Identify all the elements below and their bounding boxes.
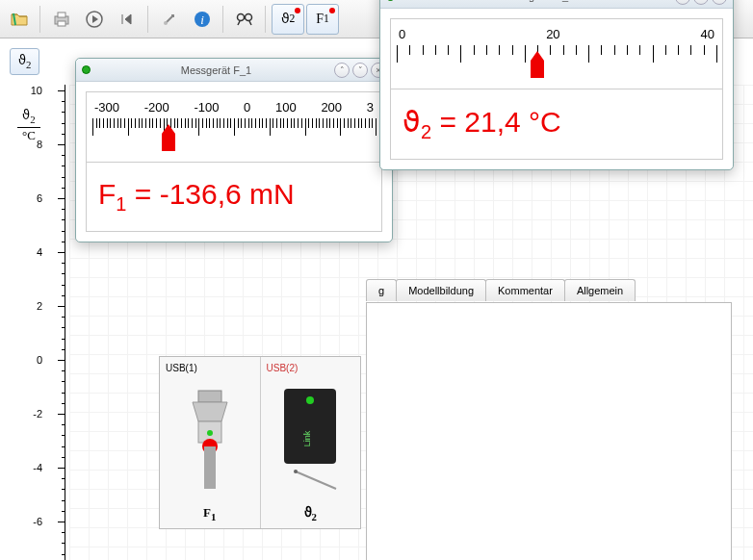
rewind-button[interactable]	[112, 4, 143, 35]
variable-chip-theta2[interactable]: ϑ2	[10, 48, 39, 75]
tab-modellbildung[interactable]: Modellbildung	[396, 279, 486, 301]
readout-sub: 1	[116, 193, 126, 215]
gauge-f1: -300-200-10001002003	[86, 91, 382, 163]
print-button[interactable]	[46, 4, 77, 35]
svg-rect-13	[204, 446, 216, 489]
readout-value: = 21,4 °C	[431, 106, 561, 138]
readout-symbol: ϑ	[402, 106, 421, 138]
f-symbol: F	[316, 12, 324, 27]
window-max-button[interactable]: ˅	[693, 0, 709, 5]
device-box: USB(1) F1 USB(2) Link	[159, 356, 361, 529]
gauge-readout: F1 = -136,6 mN	[86, 163, 382, 232]
gauge-pointer	[531, 61, 544, 78]
y-axis: ϑ2 °C 1086420-2-4-6	[0, 85, 69, 560]
chip-sub: 2	[26, 59, 31, 70]
tab-allgemein[interactable]: Allgemein	[564, 279, 636, 301]
window-status-dot	[386, 0, 395, 1]
tab-0[interactable]: g	[366, 279, 397, 301]
scale-labels: 02040	[397, 27, 716, 41]
search-button[interactable]	[229, 4, 260, 35]
svg-rect-9	[198, 391, 221, 402]
sensor-f1-button[interactable]: F1	[306, 4, 339, 35]
settings-button[interactable]	[154, 4, 185, 35]
temperature-sensor-icon: Link	[267, 377, 355, 501]
gauge-scale: -300-200-10001002003	[92, 100, 376, 154]
svg-text:Link: Link	[302, 430, 312, 446]
force-sensor-icon	[166, 377, 254, 501]
theta-sub: 2	[290, 13, 296, 25]
device-label: ϑ2	[304, 505, 317, 522]
window-body: -300-200-10001002003 F1 = -136,6 mN	[76, 82, 392, 242]
open-file-button[interactable]	[4, 4, 35, 35]
scale-ticks	[92, 118, 376, 145]
device-label: F1	[203, 505, 216, 522]
gauge-window-theta2[interactable]: Messgerät ϑ_2 ˄ ˅ × 02040 ϑ2 = 21,4 °C	[379, 0, 734, 170]
gauge-pointer	[162, 134, 175, 151]
svg-rect-2	[58, 21, 65, 26]
svg-point-15	[306, 396, 314, 404]
gauge-theta2: 02040	[390, 18, 723, 89]
sensor-theta2-button[interactable]: ϑ2	[272, 4, 304, 35]
f-sub: 1	[324, 13, 329, 25]
window-title: Messgerät F_1	[98, 64, 334, 76]
toolbar-separator	[222, 6, 224, 33]
window-close-button[interactable]: ×	[712, 0, 727, 5]
device-usb2[interactable]: USB(2) Link ϑ2	[261, 357, 361, 528]
window-max-button[interactable]: ˅	[352, 63, 368, 78]
svg-text:i: i	[200, 13, 204, 27]
tab-strip: g Modellbildung Kommentar Allgemein	[366, 279, 635, 301]
svg-point-4	[164, 21, 168, 25]
gauge-window-f1[interactable]: Messgerät F_1 ˄ ˅ × -300-200-10001002003…	[75, 58, 393, 242]
window-min-button[interactable]: ˄	[675, 0, 690, 5]
toolbar-separator	[265, 6, 267, 33]
y-axis-ruler: 1086420-2-4-6	[46, 85, 65, 560]
toolbar-separator	[39, 6, 41, 33]
readout-value: = -136,6 mN	[126, 178, 294, 210]
play-button[interactable]	[79, 4, 110, 35]
info-button[interactable]: i	[187, 4, 218, 35]
svg-point-18	[294, 470, 298, 473]
theta-symbol: ϑ	[281, 11, 290, 27]
scale-labels: -300-200-10001002003	[92, 100, 376, 115]
active-dot-icon	[329, 8, 335, 13]
svg-point-8	[246, 13, 252, 20]
device-usb1[interactable]: USB(1) F1	[160, 357, 261, 528]
gauge-scale: 02040	[397, 27, 716, 81]
window-min-button[interactable]: ˄	[334, 63, 350, 78]
variable-chip-row: ϑ2	[10, 48, 39, 75]
window-body: 02040 ϑ2 = 21,4 °C	[380, 9, 733, 169]
device-port-label: USB(1)	[166, 363, 197, 373]
window-title: Messgerät ϑ_2	[402, 0, 675, 3]
device-port-label: USB(2)	[267, 363, 299, 373]
window-status-dot	[82, 65, 91, 74]
svg-point-7	[238, 13, 245, 20]
tab-kommentar[interactable]: Kommentar	[485, 279, 565, 301]
readout-symbol: F	[98, 178, 116, 210]
window-titlebar[interactable]: Messgerät F_1 ˄ ˅ ×	[76, 59, 392, 82]
gauge-readout: ϑ2 = 21,4 °C	[390, 89, 723, 160]
scale-ticks	[397, 45, 716, 72]
active-dot-icon	[295, 8, 300, 13]
window-titlebar[interactable]: Messgerät ϑ_2 ˄ ˅ ×	[380, 0, 733, 9]
tab-panel	[366, 302, 732, 560]
svg-line-17	[296, 471, 336, 489]
readout-sub: 2	[421, 121, 431, 142]
svg-rect-1	[58, 13, 65, 17]
axis-sub: 2	[30, 114, 35, 125]
chip-symbol: ϑ	[18, 53, 26, 67]
toolbar-separator	[147, 6, 149, 33]
svg-point-11	[207, 430, 213, 436]
